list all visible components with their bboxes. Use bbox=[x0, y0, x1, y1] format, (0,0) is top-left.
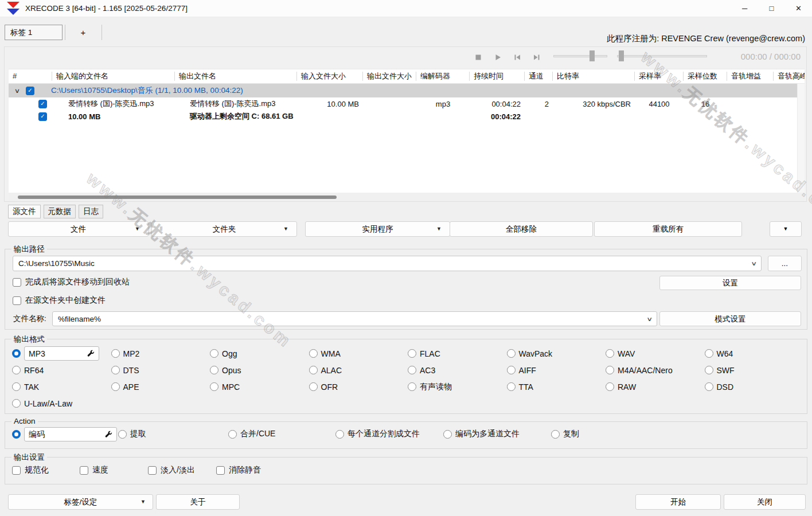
format-selected-box[interactable]: MP3 bbox=[24, 346, 99, 361]
format-option[interactable]: AIFF bbox=[507, 366, 606, 375]
action-option[interactable]: 编码为多通道文件 bbox=[443, 429, 520, 439]
minimize-button[interactable]: ─ bbox=[731, 0, 758, 17]
horizontal-scrollbar[interactable] bbox=[9, 193, 805, 201]
remove-silence-checkbox[interactable] bbox=[216, 466, 225, 475]
add-file-button[interactable]: 文件▼ bbox=[8, 221, 149, 237]
format-radio[interactable] bbox=[12, 399, 21, 408]
combo-chevron-icon[interactable]: ∨ bbox=[646, 316, 653, 322]
stop-icon[interactable] bbox=[475, 54, 482, 61]
about-button[interactable]: 关于 bbox=[156, 494, 240, 510]
close-app-button[interactable]: 关闭 bbox=[724, 494, 806, 510]
action-selected-box[interactable]: 编码 bbox=[24, 427, 117, 441]
format-option[interactable]: OFR bbox=[309, 382, 408, 392]
filename-pattern-combobox[interactable]: %filename% ∨ bbox=[52, 311, 657, 326]
format-radio[interactable] bbox=[507, 382, 516, 391]
header-input-filename[interactable]: 输入端的文件名 bbox=[52, 72, 175, 81]
format-radio[interactable] bbox=[606, 382, 614, 391]
utilities-button[interactable]: 实用程序▼ bbox=[305, 221, 450, 237]
format-option[interactable]: DSD bbox=[705, 382, 804, 392]
seek-slider-thumb[interactable] bbox=[619, 50, 624, 61]
vertical-scrollbar[interactable] bbox=[797, 84, 805, 193]
format-option[interactable]: Ogg bbox=[210, 349, 309, 358]
format-radio[interactable] bbox=[408, 366, 416, 374]
reload-all-button[interactable]: 重载所有 bbox=[594, 221, 742, 237]
collapse-chevron-icon[interactable]: ∨ bbox=[12, 87, 22, 95]
format-radio[interactable] bbox=[606, 366, 614, 374]
tab-metadata[interactable]: 元数据 bbox=[44, 205, 76, 218]
format-radio[interactable] bbox=[705, 382, 713, 391]
header-bitrate[interactable]: 比特率 bbox=[553, 72, 635, 81]
tags-settings-button[interactable]: 标签/设定▼ bbox=[8, 494, 153, 510]
seek-slider[interactable] bbox=[617, 55, 707, 57]
action-radio[interactable] bbox=[228, 430, 237, 439]
format-radio[interactable] bbox=[210, 382, 218, 391]
format-option-mp3[interactable]: MP3 bbox=[12, 346, 111, 361]
volume-slider-thumb[interactable] bbox=[590, 50, 595, 61]
header-index[interactable]: # bbox=[9, 72, 52, 81]
action-radio-encode[interactable] bbox=[12, 430, 21, 439]
format-option[interactable]: AC3 bbox=[408, 366, 507, 375]
action-option-encode[interactable]: 编码 bbox=[12, 427, 117, 441]
format-radio[interactable] bbox=[408, 349, 416, 358]
header-samplerate[interactable]: 采样率 bbox=[635, 72, 684, 81]
format-radio[interactable] bbox=[309, 366, 318, 374]
format-radio[interactable] bbox=[705, 349, 713, 358]
action-option[interactable]: 复制 bbox=[551, 429, 579, 439]
format-option[interactable]: 有声读物 bbox=[408, 382, 507, 392]
action-option[interactable]: 每个通道分割成文件 bbox=[335, 429, 420, 439]
header-channels[interactable]: 通道 bbox=[525, 72, 553, 81]
format-radio[interactable] bbox=[210, 349, 218, 358]
tab-source-files[interactable]: 源文件 bbox=[8, 205, 41, 218]
summary-checkbox[interactable]: ✓ bbox=[38, 112, 47, 121]
horizontal-scrollbar-thumb[interactable] bbox=[18, 196, 337, 199]
format-option[interactable]: MP2 bbox=[111, 349, 210, 358]
format-option[interactable]: M4A/AAC/Nero bbox=[606, 366, 705, 375]
format-radio[interactable] bbox=[309, 382, 318, 391]
more-options-dropdown-button[interactable]: ▼ bbox=[770, 221, 802, 237]
header-output-size[interactable]: 输出文件大小 bbox=[363, 72, 416, 81]
next-track-icon[interactable] bbox=[533, 54, 540, 61]
move-to-recycle-checkbox[interactable] bbox=[13, 278, 21, 287]
format-radio[interactable] bbox=[111, 366, 120, 374]
format-radio[interactable] bbox=[309, 349, 318, 358]
format-radio[interactable] bbox=[705, 366, 713, 374]
create-in-source-checkbox[interactable] bbox=[13, 296, 21, 305]
format-option[interactable]: FLAC bbox=[408, 349, 507, 358]
format-option[interactable]: APE bbox=[111, 382, 210, 392]
format-radio[interactable] bbox=[12, 382, 21, 391]
fade-option[interactable]: 淡入/淡出 bbox=[148, 465, 195, 475]
speed-checkbox[interactable] bbox=[80, 466, 88, 475]
format-radio[interactable] bbox=[507, 349, 516, 358]
file-checkbox[interactable]: ✓ bbox=[38, 100, 47, 108]
maximize-button[interactable]: □ bbox=[758, 0, 785, 17]
remove-all-button[interactable]: 全部移除 bbox=[450, 221, 593, 237]
format-radio[interactable] bbox=[12, 366, 21, 374]
action-option[interactable]: 合并/CUE bbox=[228, 429, 275, 439]
output-path-combobox[interactable]: C:\Users\10755\Music ∨ bbox=[13, 256, 762, 271]
tab-label-1[interactable]: 标签 1 bbox=[5, 25, 63, 40]
action-radio[interactable] bbox=[443, 430, 452, 439]
header-track-peak[interactable]: 音轨高峰 bbox=[774, 72, 805, 81]
format-option[interactable]: DTS bbox=[111, 366, 210, 375]
combo-chevron-icon[interactable]: ∨ bbox=[751, 260, 757, 267]
settings-button[interactable]: 设置 bbox=[659, 276, 801, 290]
previous-track-icon[interactable] bbox=[514, 54, 521, 61]
format-option[interactable]: MPC bbox=[210, 382, 309, 392]
format-option[interactable]: RAW bbox=[606, 382, 705, 392]
header-bits[interactable]: 采样位数 bbox=[684, 72, 727, 81]
format-option[interactable]: RF64 bbox=[12, 366, 111, 375]
format-option[interactable]: TAK bbox=[12, 382, 111, 392]
format-radio[interactable] bbox=[111, 382, 120, 391]
header-codec[interactable]: 编解码器 bbox=[416, 72, 470, 81]
action-radio[interactable] bbox=[335, 430, 344, 439]
header-track-gain[interactable]: 音轨增益 bbox=[727, 72, 774, 81]
volume-slider[interactable] bbox=[553, 55, 607, 57]
add-tab-button[interactable]: + bbox=[69, 25, 97, 40]
pattern-settings-button[interactable]: 模式设置 bbox=[659, 311, 801, 326]
header-duration[interactable]: 持续时间 bbox=[470, 72, 525, 81]
group-row[interactable]: ∨ ✓ C:\Users\10755\Desktop\音乐 (1/1, 10.0… bbox=[9, 84, 805, 97]
create-in-source-option[interactable]: 在源文件夹中创建文件 bbox=[13, 295, 106, 306]
close-button[interactable]: ✕ bbox=[785, 0, 812, 17]
format-option[interactable]: SWF bbox=[705, 366, 804, 375]
wrench-icon[interactable] bbox=[87, 350, 95, 357]
